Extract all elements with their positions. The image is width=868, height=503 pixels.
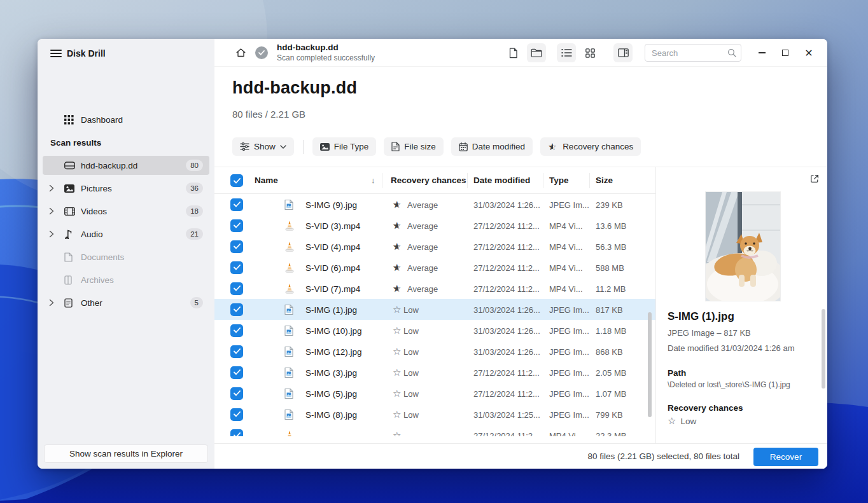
table-row[interactable]: S-VID (7).mp4 ★☆ Average 27/12/2024 11:2…: [214, 278, 655, 299]
date-modified: 27/12/2024 11:2...: [473, 221, 540, 230]
row-checkbox[interactable]: [230, 387, 243, 400]
date-modified-filter-button[interactable]: Date modified: [451, 137, 533, 156]
empty-star-icon: ☆: [393, 304, 403, 315]
sidebar-item-pictures[interactable]: Pictures 36: [43, 179, 209, 198]
file-size-filter-button[interactable]: File size: [384, 137, 444, 156]
sidebar-item-hdd-backup[interactable]: hdd-backup.dd 80: [43, 156, 209, 175]
table-row[interactable]: S-VID (3).mp4 ★☆ Average 27/12/2024 11:2…: [214, 215, 655, 236]
vlc-cone-icon: [284, 220, 295, 231]
row-checkbox[interactable]: [230, 219, 243, 232]
row-checkbox[interactable]: [230, 261, 243, 274]
new-session-button[interactable]: [503, 43, 522, 62]
recovery-chance: Low: [403, 305, 419, 314]
table-row[interactable]: S-IMG (9).jpg ★☆ Average 31/03/2024 1:26…: [214, 194, 655, 215]
table-row[interactable]: S-IMG (5).jpg ☆ Low 27/12/2024 11:2... J…: [214, 383, 655, 404]
minimize-button[interactable]: [752, 43, 771, 62]
show-in-explorer-button[interactable]: Show scan results in Explorer: [44, 444, 208, 463]
date-modified: 31/03/2024 1:26...: [473, 305, 540, 314]
recover-button[interactable]: Recover: [753, 448, 818, 466]
row-checkbox[interactable]: [230, 366, 243, 379]
table-row[interactable]: S-IMG (8).jpg ☆ Low 31/03/2024 1:25... J…: [214, 404, 655, 425]
chevron-right-icon[interactable]: [49, 230, 59, 238]
calendar-icon: [459, 142, 468, 151]
table-row[interactable]: S-VID (4).mp4 ★☆ Average 27/12/2024 11:2…: [214, 236, 655, 257]
file-size: 239 KB: [596, 200, 623, 209]
row-checkbox[interactable]: [230, 408, 243, 421]
list-view-button[interactable]: [557, 43, 576, 62]
footer-bar: 80 files (2.21 GB) selected, 80 files to…: [214, 443, 827, 469]
sidebar-item-archives: Archives: [43, 270, 209, 289]
other-files-icon: [64, 298, 77, 308]
topbar-subtitle: Scan completed successfully: [277, 53, 375, 62]
table-row[interactable]: ☆ 27/12/2024 11:2... MP4 Vi... 22.3 MB: [214, 425, 655, 436]
column-header-size[interactable]: Size: [596, 176, 613, 185]
chevron-right-icon[interactable]: [49, 184, 59, 192]
column-header-date[interactable]: Date modified: [473, 176, 530, 185]
table-scrollbar[interactable]: [648, 312, 652, 417]
sidebar-item-dashboard[interactable]: Dashboard: [43, 110, 209, 129]
close-button[interactable]: ✕: [799, 43, 818, 62]
file-size: 13.6 MB: [596, 221, 626, 230]
date-modified: 27/12/2024 11:2...: [473, 368, 540, 377]
date-modified-label: Date modified: [472, 142, 525, 151]
row-checkbox[interactable]: [230, 324, 243, 337]
row-checkbox[interactable]: [230, 303, 243, 316]
empty-star-icon: ☆: [393, 346, 403, 357]
file-name: S-IMG (5).jpg: [305, 389, 357, 398]
row-checkbox[interactable]: [230, 429, 243, 437]
row-checkbox[interactable]: [230, 198, 243, 211]
sidebar-header: Disk Drill: [38, 39, 214, 67]
sidebar-item-other[interactable]: Other 5: [43, 293, 209, 312]
table-row[interactable]: S-IMG (3).jpg ☆ Low 27/12/2024 11:2... J…: [214, 362, 655, 383]
row-checkbox[interactable]: [230, 345, 243, 358]
half-star-icon: ★☆: [393, 199, 403, 210]
open-preview-external-icon[interactable]: [809, 174, 820, 184]
sidebar-item-label: Archives: [81, 275, 209, 285]
recovery-chance: Average: [407, 200, 438, 209]
row-checkbox[interactable]: [230, 282, 243, 295]
table-row[interactable]: S-VID (6).mp4 ★☆ Average 27/12/2024 11:2…: [214, 257, 655, 278]
column-header-name[interactable]: Name: [255, 176, 278, 185]
preview-image[interactable]: [706, 192, 780, 301]
preview-recovery-label: Recovery chances: [668, 403, 743, 413]
empty-star-icon: ☆: [668, 415, 676, 427]
count-badge: 80: [186, 160, 203, 171]
table-row-selected[interactable]: S-IMG (1).jpg ☆ Low 31/03/2024 1:26... J…: [214, 299, 655, 320]
folder-icon: [531, 48, 542, 57]
file-type: JPEG Im...: [549, 389, 589, 398]
file-size: 22.3 MB: [596, 431, 626, 436]
chevron-right-icon[interactable]: [49, 299, 59, 307]
recovery-chances-filter-button[interactable]: ★☆ Recovery chances: [540, 137, 641, 156]
column-header-type[interactable]: Type: [549, 176, 569, 185]
file-type-filter-button[interactable]: File Type: [312, 137, 377, 156]
table-row[interactable]: S-IMG (10).jpg ☆ Low 31/03/2024 1:26... …: [214, 320, 655, 341]
column-header-recovery[interactable]: Recovery chances: [391, 176, 466, 185]
select-all-checkbox[interactable]: [230, 174, 243, 187]
hamburger-menu-icon[interactable]: [46, 46, 67, 61]
table-body: S-IMG (9).jpg ★☆ Average 31/03/2024 1:26…: [214, 194, 655, 436]
chevron-right-icon[interactable]: [49, 207, 59, 215]
sidebar-item-videos[interactable]: Videos 18: [43, 202, 209, 221]
grid-view-button[interactable]: [580, 43, 599, 62]
open-folder-button[interactable]: [527, 43, 546, 62]
preview-scrollbar[interactable]: [822, 309, 825, 389]
date-modified: 31/03/2024 1:25...: [473, 410, 540, 419]
sidebar-item-audio[interactable]: Audio 21: [43, 224, 209, 244]
date-modified: 27/12/2024 11:2...: [473, 389, 540, 398]
topbar: hdd-backup.dd Scan completed successfull…: [214, 39, 827, 67]
preview-panel-toggle-button[interactable]: [613, 43, 633, 62]
recovery-chance: Low: [403, 410, 419, 419]
home-button[interactable]: [231, 43, 250, 62]
row-checkbox[interactable]: [230, 240, 243, 253]
file-type: JPEG Im...: [549, 410, 589, 419]
documents-icon: [64, 252, 77, 262]
minimize-icon: [759, 52, 766, 53]
table-row[interactable]: S-IMG (12).jpg ☆ Low 31/03/2024 1:26... …: [214, 341, 655, 362]
preview-filename: S-IMG (1).jpg: [668, 310, 734, 323]
preview-filetype-size: JPEG Image – 817 KB: [668, 328, 751, 338]
file-type: JPEG Im...: [549, 347, 589, 356]
sort-descending-icon[interactable]: ↓: [371, 176, 375, 185]
file-size: 11.2 MB: [596, 284, 626, 293]
show-dropdown-button[interactable]: Show: [232, 137, 294, 156]
maximize-button[interactable]: [776, 43, 795, 62]
